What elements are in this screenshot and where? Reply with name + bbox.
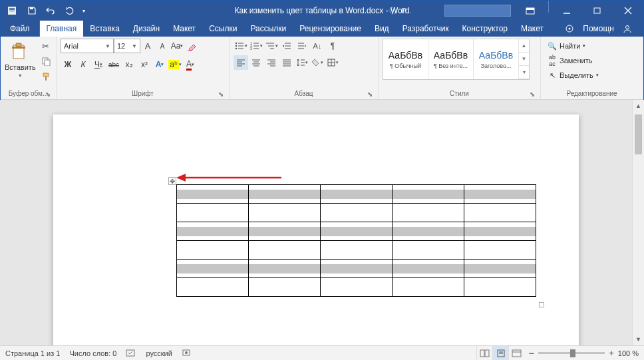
scroll-thumb[interactable] [635, 114, 642, 154]
ribbon-options-icon[interactable] [515, 1, 546, 21]
share-icon[interactable] [618, 21, 637, 37]
styles-scroll[interactable]: ▲▼▾ [519, 39, 529, 79]
paste-button[interactable]: Вставить ▼ [5, 39, 36, 78]
replace-button[interactable]: abacЗаменить [545, 53, 595, 68]
font-family-combo[interactable]: Arial▼ [61, 39, 114, 53]
tab-review[interactable]: Рецензирование [293, 21, 368, 37]
group-paragraph-label: Абзац⬊ [234, 89, 374, 99]
align-right-icon[interactable] [264, 55, 279, 70]
group-paragraph: ▾ 123▾ ▾ A↓ ¶ ▾ ▾ ▾ Абзац⬊ [230, 37, 379, 99]
language-indicator[interactable]: русский [146, 349, 172, 357]
save-icon[interactable] [23, 1, 41, 21]
qat-customize-icon[interactable]: ▾ [79, 1, 88, 21]
undo-icon[interactable] [42, 1, 59, 21]
tab-mailings[interactable]: Рассылки [243, 21, 293, 37]
tab-insert[interactable]: Вставка [83, 21, 126, 37]
find-button[interactable]: 🔍Найти ▾ [545, 39, 588, 53]
spellcheck-icon[interactable] [126, 348, 136, 359]
justify-icon[interactable] [279, 55, 294, 70]
increase-indent-icon[interactable] [295, 39, 309, 53]
close-icon[interactable] [613, 1, 643, 21]
font-dialog-icon[interactable]: ⬊ [217, 90, 225, 98]
tab-home[interactable]: Главная [40, 21, 84, 37]
print-layout-icon[interactable] [492, 346, 508, 361]
highlight-icon[interactable]: aᵇ▾ [168, 57, 182, 72]
tell-me-icon[interactable] [560, 21, 579, 37]
sort-icon[interactable]: A↓ [310, 39, 325, 53]
word-count[interactable]: Число слов: 0 [69, 349, 116, 357]
page-indicator[interactable]: Страница 1 из 1 [5, 349, 60, 357]
annotation-arrow [175, 171, 285, 184]
styles-gallery[interactable]: АаБбВв¶ Обычный АаБбВв¶ Без инте... АаБб… [383, 39, 530, 80]
group-styles: АаБбВв¶ Обычный АаБбВв¶ Без инте... АаБб… [379, 37, 541, 99]
italic-icon[interactable]: К [76, 57, 90, 72]
svg-point-13 [569, 28, 571, 30]
scroll-down-icon[interactable]: ▼ [633, 333, 644, 345]
format-painter-icon[interactable] [39, 69, 53, 84]
cut-icon[interactable]: ✂ [39, 39, 53, 53]
ribbon-body: Вставить ▼ ✂ Буфер обм...⬊ Arial▼ 12▼ A … [1, 37, 643, 100]
zoom-in-button[interactable]: + [609, 348, 614, 358]
show-marks-icon[interactable]: ¶ [325, 39, 340, 53]
tab-references[interactable]: Ссылки [202, 21, 243, 37]
decrease-indent-icon[interactable] [279, 39, 294, 53]
tab-table-layout[interactable]: Макет [514, 21, 550, 37]
grow-font-icon[interactable]: A [140, 39, 155, 53]
maximize-icon[interactable] [582, 1, 613, 21]
clear-format-icon[interactable] [184, 39, 199, 53]
bullets-icon[interactable]: ▾ [234, 39, 248, 53]
shrink-font-icon[interactable]: A [155, 39, 170, 53]
tab-view[interactable]: Вид [368, 21, 396, 37]
line-spacing-icon[interactable]: ▾ [295, 55, 309, 70]
zoom-slider[interactable] [538, 352, 605, 354]
svg-point-69 [185, 351, 188, 354]
borders-icon[interactable]: ▾ [325, 55, 340, 70]
clipboard-dialog-icon[interactable]: ⬊ [44, 90, 52, 98]
scroll-up-icon[interactable]: ▲ [633, 100, 644, 112]
svg-point-5 [390, 7, 397, 14]
document-table[interactable] [176, 184, 536, 297]
select-icon: ↖ [548, 71, 557, 80]
shading-icon[interactable]: ▾ [310, 55, 325, 70]
font-size-combo[interactable]: 12▼ [114, 39, 140, 53]
vertical-scrollbar[interactable]: ▲ ▼ [632, 100, 644, 345]
zoom-level[interactable]: 100 % [618, 349, 639, 357]
tab-developer[interactable]: Разработчик [396, 21, 456, 37]
tab-layout[interactable]: Макет [166, 21, 202, 37]
align-left-icon[interactable] [234, 55, 248, 70]
page[interactable]: ✥ [53, 114, 579, 345]
word-app-icon[interactable] [5, 1, 22, 21]
select-button[interactable]: ↖Выделить ▾ [545, 68, 601, 83]
align-center-icon[interactable] [249, 55, 263, 70]
style-normal[interactable]: АаБбВв¶ Обычный [383, 39, 428, 79]
table-resize-handle-icon[interactable] [539, 302, 544, 307]
strike-icon[interactable]: abc [106, 57, 121, 72]
font-color-icon[interactable]: A▾ [183, 57, 198, 72]
change-case-icon[interactable]: Aa▾ [170, 39, 184, 53]
underline-icon[interactable]: Ч▾ [91, 57, 106, 72]
bold-icon[interactable]: Ж [61, 57, 75, 72]
style-heading1[interactable]: АаБбВвЗаголово... [474, 39, 519, 79]
styles-dialog-icon[interactable]: ⬊ [528, 90, 536, 98]
tab-file[interactable]: Файл [1, 21, 40, 37]
tell-me-label[interactable]: Помощн [580, 24, 617, 33]
multilevel-icon[interactable]: ▾ [264, 39, 279, 53]
copy-icon[interactable] [39, 54, 53, 69]
subscript-icon[interactable]: x₂ [122, 57, 136, 72]
svg-rect-7 [526, 8, 534, 10]
para-dialog-icon[interactable]: ⬊ [366, 90, 374, 98]
web-layout-icon[interactable] [508, 346, 524, 361]
user-account-area[interactable] [444, 5, 511, 17]
macro-recording-icon[interactable] [182, 348, 191, 359]
redo-icon[interactable] [61, 1, 78, 21]
style-no-spacing[interactable]: АаБбВв¶ Без инте... [428, 39, 474, 79]
numbering-icon[interactable]: 123▾ [249, 39, 263, 53]
zoom-out-button[interactable]: − [528, 347, 534, 359]
read-mode-icon[interactable] [476, 346, 492, 361]
autosave-indicator[interactable]: Р... [389, 1, 411, 21]
tab-design[interactable]: Дизайн [126, 21, 166, 37]
text-effects-icon[interactable]: A▾ [152, 57, 167, 72]
superscript-icon[interactable]: x² [137, 57, 152, 72]
tab-table-design[interactable]: Конструктор [456, 21, 514, 37]
minimize-icon[interactable] [552, 1, 582, 21]
